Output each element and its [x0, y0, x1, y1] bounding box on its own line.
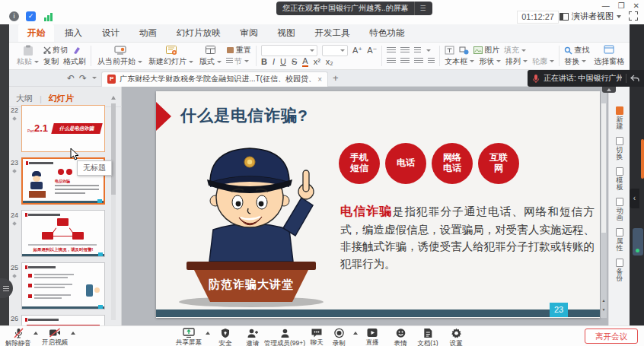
- thumbnail-slide-25[interactable]: [21, 262, 105, 309]
- font-size-select[interactable]: [322, 45, 348, 56]
- paste-button[interactable]: 粘贴: [15, 44, 40, 68]
- info-icon[interactable]: i: [9, 11, 19, 21]
- tab-view[interactable]: 视图: [269, 24, 304, 42]
- indent-icon[interactable]: [414, 47, 421, 54]
- new-slide-button[interactable]: 新建幻灯片: [147, 44, 195, 68]
- reply-arrow-icon[interactable]: [630, 75, 639, 82]
- play-from-current-button[interactable]: 从当前开始: [96, 44, 144, 68]
- start-video-button[interactable]: 开启视频: [42, 328, 68, 346]
- docs-button[interactable]: 文档(1): [417, 328, 438, 346]
- bold-button[interactable]: B: [261, 57, 267, 66]
- live-button[interactable]: 直播: [366, 328, 379, 346]
- sidebar-item-template[interactable]: 模板: [609, 167, 630, 192]
- shapes-icon[interactable]: [459, 46, 469, 55]
- tab-slides[interactable]: 幻灯片: [42, 93, 81, 104]
- video-thumbnail-sliver[interactable]: [633, 228, 643, 256]
- tab-review[interactable]: 审阅: [231, 24, 267, 42]
- tab-slideshow[interactable]: 幻灯片放映: [167, 24, 230, 42]
- share-options-caret[interactable]: [206, 332, 210, 335]
- thumbnail-slide-22[interactable]: Part 2.1 什么是电信诈骗: [21, 105, 105, 152]
- italic-button[interactable]: I: [273, 57, 275, 66]
- fill-button[interactable]: 填充: [504, 45, 526, 56]
- scroll-up-icon[interactable]: [111, 96, 116, 100]
- invite-button[interactable]: 邀请: [247, 328, 260, 346]
- security-shield-icon[interactable]: ✓: [26, 11, 36, 21]
- numbered-list-icon[interactable]: [400, 47, 410, 54]
- picture-button[interactable]: 图片: [473, 45, 499, 56]
- document-title: 广东财经大学财政税务学院金融知识进...T(征信、校园贷、电信诈骗) .ppt: [120, 74, 314, 84]
- sidebar-item-transition[interactable]: 切换: [609, 137, 630, 161]
- shape-button[interactable]: 形状: [479, 56, 501, 67]
- chat-button[interactable]: 聊天: [311, 328, 324, 346]
- mic-options-caret[interactable]: [33, 332, 38, 335]
- align-center-icon[interactable]: [400, 58, 410, 65]
- undo-button[interactable]: ↶: [67, 73, 75, 84]
- thumbnail-slide-26[interactable]: [21, 315, 105, 325]
- align-left-icon[interactable]: [387, 58, 396, 65]
- font-family-select[interactable]: [261, 45, 317, 56]
- view-mode-switch[interactable]: 演讲者视图: [560, 11, 621, 22]
- selection-pane-button[interactable]: 选择窗格: [592, 44, 626, 68]
- subscript-button[interactable]: x₂: [326, 57, 333, 66]
- record-options-caret[interactable]: [353, 332, 358, 335]
- grow-font-button[interactable]: A⁺: [352, 46, 362, 56]
- next-slide-button[interactable]: ▼: [601, 307, 607, 312]
- undo-dropdown-icon[interactable]: [92, 77, 97, 79]
- tab-developer[interactable]: 开发工具: [306, 24, 359, 42]
- line-spacing-icon[interactable]: [428, 58, 435, 65]
- tab-special[interactable]: 特色功能: [361, 24, 414, 42]
- thumbnail-slide-24[interactable]: 如果遇到以上情况，请及时报警!: [21, 210, 105, 257]
- editor-scrollbar[interactable]: [601, 91, 607, 318]
- tab-close-icon[interactable]: ×: [317, 75, 322, 84]
- smiley-icon: [395, 328, 406, 338]
- sidebar-item-properties[interactable]: 属性: [609, 228, 630, 252]
- unmute-button[interactable]: 解除静音: [5, 328, 31, 346]
- tab-home[interactable]: 开始: [18, 24, 54, 42]
- superscript-button[interactable]: x²: [314, 57, 320, 66]
- sidebar-item-new[interactable]: 新建: [609, 106, 630, 131]
- textbox-button[interactable]: 文本框: [445, 56, 474, 67]
- font-color-button[interactable]: A: [302, 56, 308, 67]
- document-tab[interactable]: P 广东财经大学财政税务学院金融知识进...T(征信、校园贷、电信诈骗) .pp…: [101, 71, 328, 87]
- thumbnail-scrollbar[interactable]: [111, 103, 116, 320]
- record-button[interactable]: 录制: [333, 328, 346, 346]
- reset-button[interactable]: 重置: [226, 45, 251, 56]
- sidebar-item-animation[interactable]: 动画: [609, 198, 630, 222]
- tab-animation[interactable]: 动画: [130, 24, 166, 42]
- layout-button[interactable]: 版式: [198, 44, 223, 68]
- new-tab-button[interactable]: +: [333, 72, 339, 84]
- manage-members-button[interactable]: 管理成员(99+): [264, 328, 305, 346]
- camera-options-caret[interactable]: [71, 332, 75, 335]
- find-button[interactable]: 查找: [564, 45, 589, 56]
- format-painter-icon[interactable]: [72, 46, 81, 55]
- security-button[interactable]: 安全: [219, 328, 232, 346]
- share-screen-button[interactable]: 共享屏幕: [176, 328, 202, 346]
- outline-button[interactable]: 轮廓: [532, 56, 554, 67]
- underline-button[interactable]: U: [280, 57, 286, 66]
- panel-collapse-button[interactable]: ‹: [630, 189, 639, 208]
- redo-button[interactable]: ↷: [79, 73, 87, 84]
- speaking-toast: 正在讲话: 中国银行广州越秀..: [528, 70, 644, 87]
- format-painter-button[interactable]: 格式刷: [63, 56, 86, 67]
- fullscreen-icon[interactable]: [629, 11, 638, 21]
- align-right-icon[interactable]: [414, 58, 423, 65]
- tab-design[interactable]: 设计: [93, 24, 129, 42]
- shrink-font-button[interactable]: A⁻: [367, 46, 377, 56]
- strikethrough-button[interactable]: S: [292, 57, 297, 66]
- tab-outline[interactable]: 大纲: [9, 93, 40, 104]
- arrange-button[interactable]: 排列: [505, 56, 528, 67]
- previous-slide-button[interactable]: ▲: [601, 298, 607, 303]
- tab-insert[interactable]: 插入: [56, 24, 91, 42]
- settings-button[interactable]: 设置: [450, 328, 463, 346]
- toast-collapse-chip[interactable]: [602, 87, 616, 93]
- sidebar-item-backup[interactable]: 备份: [609, 259, 630, 283]
- slide-canvas[interactable]: 什么是电信诈骗? 防范诈骗大讲堂: [156, 91, 600, 318]
- replace-button[interactable]: 替换: [564, 56, 586, 67]
- copy-button[interactable]: 复制: [43, 56, 59, 67]
- text-frame-icon[interactable]: [445, 46, 454, 55]
- section-button[interactable]: 节: [226, 56, 249, 67]
- emoji-button[interactable]: 表情: [394, 328, 407, 346]
- cut-button[interactable]: 剪切: [43, 45, 68, 56]
- bullet-list-icon[interactable]: [387, 47, 396, 54]
- leave-meeting-button[interactable]: 离开会议: [585, 329, 638, 344]
